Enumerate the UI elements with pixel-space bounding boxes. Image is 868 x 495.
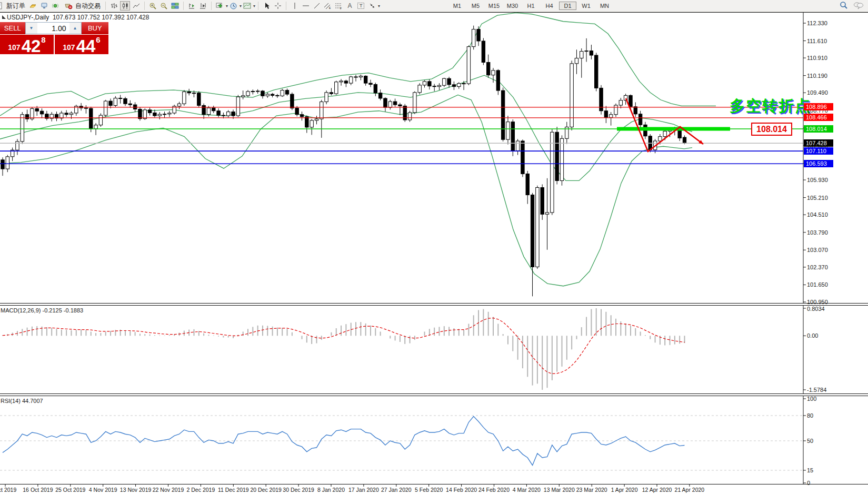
support-highlight-bar [617,127,730,131]
price-tick-label: 103.070 [807,247,828,253]
signals-icon[interactable] [50,1,60,11]
toolbar-separator [105,2,106,10]
date-tick-label: 21 Apr 2020 [675,487,705,493]
rsi-tick-label: 15 [807,467,813,473]
date-tick-label: 5 Feb 2020 [415,487,443,493]
sell-button[interactable]: SELL [0,22,25,34]
sell-price[interactable]: 107 42 8 [0,35,54,54]
volume-stepper: ▼ 1.00 ▲ [25,22,82,34]
bollinger-lower-band [0,95,692,286]
volume-input[interactable]: 1.00 [37,23,69,34]
trend-arrow-head [699,140,703,144]
date-tick-label: 17 Jan 2020 [348,487,379,493]
timeframe-button-MN[interactable]: MN [596,2,613,10]
date-tick-label: 4 Nov 2019 [89,487,117,493]
text-label-tool-icon[interactable]: T [356,1,366,11]
date-tick-label: 1 Apr 2020 [611,487,638,493]
price-tick-label: 102.370 [807,264,828,270]
date-tick-label: 23 Mar 2020 [576,487,607,493]
price-badge-107.110: 107.110 [804,147,833,155]
date-tick-label: 24 Feb 2020 [478,487,510,493]
arrows-dropdown-caret[interactable]: ▾ [378,4,380,8]
vertical-line-tool-icon[interactable] [290,1,300,11]
crosshair-icon[interactable] [273,1,283,11]
price-tick-label: 105.210 [807,195,828,201]
tile-windows-icon[interactable] [170,1,180,11]
panel-splitter-rsi[interactable] [0,393,868,396]
date-tick-label: 11 Dec 2019 [218,487,249,493]
candlestick-chart-icon[interactable] [120,1,130,11]
new-order-button[interactable]: 新订单 [0,1,27,11]
zoom-in-icon[interactable] [148,1,158,11]
macd-signal-line [3,318,684,373]
one-click-trading-panel: SELL ▼ 1.00 ▲ BUY 107 42 8 107 44 6 [0,22,108,54]
price-badge-108.896: 108.896 [804,103,833,110]
buy-price[interactable]: 107 44 6 [55,35,108,54]
chat-icon[interactable] [853,1,864,11]
svg-text:E: E [329,6,331,9]
sell-price-figure: 107 [8,43,20,53]
toolbar-separator [286,2,286,10]
date-tick-label: 16 Oct 2019 [23,487,53,493]
trendline-tool-icon[interactable] [312,1,322,11]
toolbar: 新订单 自动交易 [0,0,868,12]
sell-price-pips: 42 [22,39,41,53]
candles [1,26,686,297]
line-chart-icon[interactable] [131,1,141,11]
new-chart-dropdown-caret[interactable]: ▾ [226,4,228,8]
template-dropdown-caret[interactable]: ▾ [253,4,255,8]
chart-ohlc-values: 107.673 107.752 107.392 107.428 [53,14,149,21]
gold-bar-icon[interactable] [28,1,38,11]
community-icon[interactable] [39,1,49,11]
date-tick-label: 27 Jan 2020 [381,487,412,493]
horizontal-line-tool-icon[interactable] [301,1,311,11]
date-tick-label: 20 Dec 2019 [250,487,282,493]
period-clock-icon[interactable] [228,1,238,11]
price-tick-label: 109.490 [807,89,828,96]
text-tool-icon[interactable]: A [345,1,355,11]
buy-price-point: 6 [96,35,100,44]
cursor-icon[interactable] [262,1,272,11]
volume-increase-button[interactable]: ▲ [69,23,81,34]
equidistant-channel-tool-icon[interactable]: E [323,1,333,11]
period-dropdown-caret[interactable]: ▾ [240,4,242,8]
expand-indicators-arrow[interactable] [2,15,6,19]
auto-scroll-icon[interactable] [187,1,197,11]
date-tick-label: 30 Dec 2019 [283,487,314,493]
timeframe-button-H1[interactable]: H1 [522,2,540,10]
new-chart-icon[interactable] [215,1,225,11]
timeframe-toolbar: M1M5M15M30H1H4D1W1MN [448,1,614,11]
autotrading-button[interactable]: 自动交易 [61,1,103,11]
timeframe-button-M1[interactable]: M1 [448,2,466,10]
mt4-window: 新订单 自动交易 [0,0,868,495]
fibonacci-tool-icon[interactable]: F [334,1,344,11]
price-tick-label: 110.910 [807,55,827,61]
timeframe-button-H4[interactable]: H4 [541,2,558,10]
zoom-out-icon[interactable] [159,1,169,11]
date-tick-label: 13 Mar 2020 [544,487,575,493]
price-tick-label: 104.510 [807,211,828,218]
toolbar-separator [211,2,212,10]
timeframe-button-W1[interactable]: W1 [577,2,595,10]
macd-tick-label: -1.5784 [807,387,826,393]
arrows-tool-icon[interactable] [367,1,377,11]
timeframe-button-M5[interactable]: M5 [467,2,484,10]
date-tick-label: 8 Jan 2020 [317,487,345,493]
search-icon[interactable] [840,1,848,11]
date-tick-label: 14 Feb 2020 [446,487,477,493]
date-tick-label: 22 Nov 2019 [153,487,184,493]
chart-shift-icon[interactable] [198,1,208,11]
timeframe-button-M15[interactable]: M15 [485,2,503,10]
date-tick-label: 4 Mar 2020 [513,487,541,493]
buy-price-pips: 44 [76,39,96,53]
timeframe-button-D1[interactable]: D1 [559,2,576,10]
price-plot [0,0,868,495]
bar-chart-icon[interactable] [109,1,119,11]
template-icon[interactable] [242,1,252,11]
volume-decrease-button[interactable]: ▼ [26,23,37,34]
buy-button[interactable]: BUY [82,22,109,34]
svg-text:T: T [360,3,363,8]
timeframe-button-M30[interactable]: M30 [504,2,521,10]
autotrading-icon [63,1,73,11]
panel-splitter-macd[interactable] [0,303,868,306]
